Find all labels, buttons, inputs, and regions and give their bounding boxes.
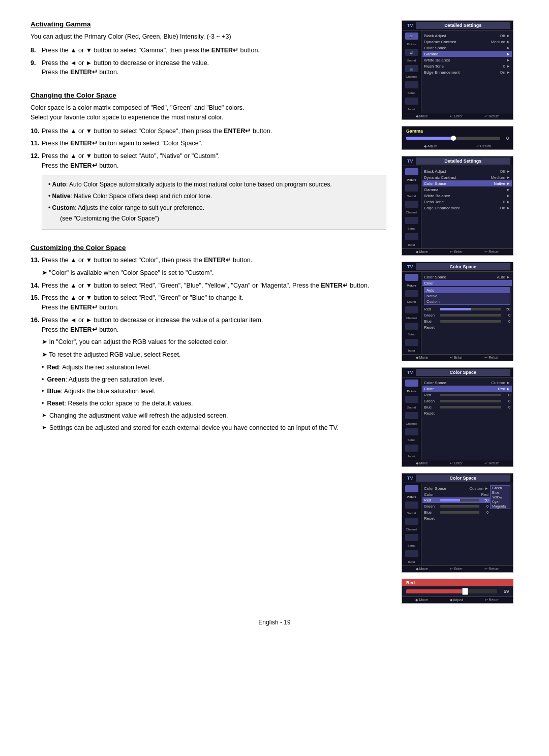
note-reset: ➤ To reset the adjusted RGB value, selec… <box>42 350 386 360</box>
red-slider-track <box>406 589 497 593</box>
cs2-color-highlighted: Color Red ► <box>422 386 512 392</box>
red-slider-body: 59 <box>402 586 513 596</box>
cs3-header: Color Space <box>416 475 510 482</box>
cs2-red-row: Red 0 <box>424 392 510 398</box>
cs3-blue-row: Blue 0 <box>424 509 489 515</box>
step-num-14: 14. <box>30 281 42 291</box>
cs1-footer-move: ◆ Move <box>416 356 428 360</box>
cs2-snd-icon <box>405 396 418 403</box>
cs1-row-colorspace: Color Space Auto ► <box>424 274 510 280</box>
cs3-snd-icon <box>405 501 418 509</box>
red-slider-value: 59 <box>500 589 509 594</box>
p2-setup-label: Setup <box>408 227 416 230</box>
step-text-10: Press the ▲ or ▼ button to select "Color… <box>42 127 386 136</box>
cs1-input-icon <box>405 339 418 346</box>
p2-edge-enhancement: Edge EnhancementOn ► <box>424 205 510 211</box>
sidebar-picture-label: Picture <box>407 43 416 46</box>
panel2-main: Black AdjustOff ► Dynamic ContrastMedium… <box>421 166 513 248</box>
cs3-snd-label: Sound <box>407 512 416 515</box>
picture-icon: 📷 <box>410 35 413 38</box>
step-num-13: 13. <box>30 256 42 265</box>
p2-channel-icon <box>405 201 418 208</box>
item-black-adjust: Black AdjustOff ► <box>424 33 510 39</box>
red-slider-fill <box>406 589 465 593</box>
cs1-main: Color Space Auto ► Color Auto Native Cus… <box>421 272 513 354</box>
step-num-12: 12. <box>30 151 42 171</box>
step-num-9: 9. <box>30 58 42 78</box>
cs1-footer-enter: ↵ Enter <box>450 356 463 360</box>
cs3-colorspace-row: Color Space Custom ► <box>424 485 489 491</box>
cs3-input-icon <box>405 550 418 557</box>
p2-picture-label: Picture <box>407 178 416 181</box>
cs1-ch-label: Channel <box>406 317 417 320</box>
cs2-main: Color Space Custom ► Color Red ► Red 0 G… <box>421 377 513 460</box>
p2-white-balance: White Balance► <box>424 193 510 199</box>
step-16: 16. Press the ◄ or ► button to decrease … <box>30 316 386 335</box>
p2-footer-enter: ↵ Enter <box>450 250 463 254</box>
cs1-ch-icon <box>405 306 418 313</box>
cs3-footer: ◆ Move ↵ Enter ↩ Return <box>402 565 513 572</box>
gamma-slider-panel: Gamma 0 ◆ Adjust ↩ Return <box>402 126 513 150</box>
item-dynamic-contrast: Dynamic ContrastMedium ► <box>424 39 510 45</box>
cs1-red-row: Red 50 <box>424 306 510 312</box>
color-space-bullets: • Auto: Auto Color Space automatically a… <box>42 175 386 230</box>
sidebar-input-icon <box>405 98 418 105</box>
cs3-body: Picture Sound Channel Setup Input Color … <box>402 483 513 565</box>
arrow-note-1: Changing the adjustment value will refre… <box>42 411 386 421</box>
cs1-green-row: Green 0 <box>424 312 510 318</box>
step-12: 12. Press the ▲ or ▼ button to select "A… <box>30 151 386 171</box>
page-footer: English - 19 <box>30 619 518 626</box>
panel2-body: Picture Sound Channel Setup Input Black … <box>402 166 513 248</box>
gamma-slider-thumb <box>451 136 456 141</box>
step-num-16: 16. <box>30 316 42 335</box>
cs1-sidebar: Picture Sound Channel Setup Input <box>402 272 421 354</box>
color-space-panel-1: TV Color Space Picture Sound Channel Set… <box>402 262 513 361</box>
gamma-slider-row: 0 <box>406 136 509 141</box>
cs1-snd-label: Sound <box>407 300 416 303</box>
cs3-color-row: Color Red <box>424 491 489 497</box>
item-color-space: Color Space► <box>424 45 510 51</box>
cs2-body: Picture Sound Channel Setup Input Color … <box>402 377 513 460</box>
item-flesh-tone: Flesh Tone0 ► <box>424 63 510 69</box>
red-footer-move: ◆ Move <box>415 598 428 602</box>
cs1-snd-icon <box>405 290 418 297</box>
cs2-input-label: Input <box>408 455 415 458</box>
cs1-pic-icon <box>405 274 418 281</box>
cs2-footer-move: ◆ Move <box>416 461 428 465</box>
gamma-footer-adjust: ◆ Adjust <box>424 144 437 148</box>
p2-sound-icon <box>405 184 418 192</box>
cs1-dropdown: Auto Native Custom <box>424 287 510 305</box>
item-white-balance: White Balance► <box>424 57 510 63</box>
gamma-step-9: 9. Press the ◄ or ► button to decrease o… <box>30 58 386 78</box>
sidebar-sound-label: Sound <box>407 59 416 62</box>
cs2-setup-label: Setup <box>408 438 416 442</box>
step-text-14: Press the ▲ or ▼ button to select "Red",… <box>42 281 386 291</box>
sidebar-input-label: Input <box>408 108 415 111</box>
note-rgb: ➤ In "Color", you can adjust the RGB val… <box>42 337 386 347</box>
step-text-16: Press the ◄ or ► button to decrease or i… <box>42 316 386 335</box>
gamma-intro: You can adjust the Primary Color (Red, G… <box>30 32 386 42</box>
red-slider-footer: ◆ Move ◆ Adjust ↩ Return <box>402 596 513 603</box>
detailed-settings-panel-1: TV Detailed Settings 📷 Picture 🔊 Sound 📺 <box>402 20 513 120</box>
bullet-green: Green: Adjusts the green saturation leve… <box>42 375 386 385</box>
cs2-snd-label: Sound <box>407 406 416 409</box>
cs3-top-row: Color Space Custom ► Color Red Red 50 <box>424 485 510 521</box>
step-10: 10. Press the ▲ or ▼ button to select "C… <box>30 127 386 136</box>
step-15: 15. Press the ▲ or ▼ button to select "R… <box>30 293 386 312</box>
gamma-footer-return: ↩ Return <box>476 144 491 148</box>
p2-dynamic-contrast: Dynamic ContrastMedium ► <box>424 174 510 180</box>
cs3-dd-blue: Blue <box>491 490 510 495</box>
cs2-green-row: Green 0 <box>424 398 510 404</box>
panel1-body: 📷 Picture 🔊 Sound 📺 Channel Setup Input <box>402 30 513 113</box>
cs2-blue-row: Blue 0 <box>424 404 510 410</box>
cs3-reset-row: Reset <box>424 515 489 521</box>
cs3-footer-return: ↩ Return <box>484 567 499 571</box>
color-space-panel-2: TV Color Space Picture Sound Channel Set… <box>402 367 513 467</box>
red-slider-panel: Red 59 ◆ Move ◆ Adjust ↩ Return <box>402 579 513 604</box>
step-num-11: 11. <box>30 139 42 148</box>
color-space-section: Changing the Color Space Color space is … <box>30 91 386 230</box>
cs3-color-dropdown: Green Blue Yellow Cyan Magenta <box>490 485 510 509</box>
left-column: Activating Gamma You can adjust the Prim… <box>30 20 391 604</box>
p2-setup-icon <box>405 217 418 224</box>
cs1-footer: ◆ Move ↵ Enter ↩ Return <box>402 354 513 361</box>
